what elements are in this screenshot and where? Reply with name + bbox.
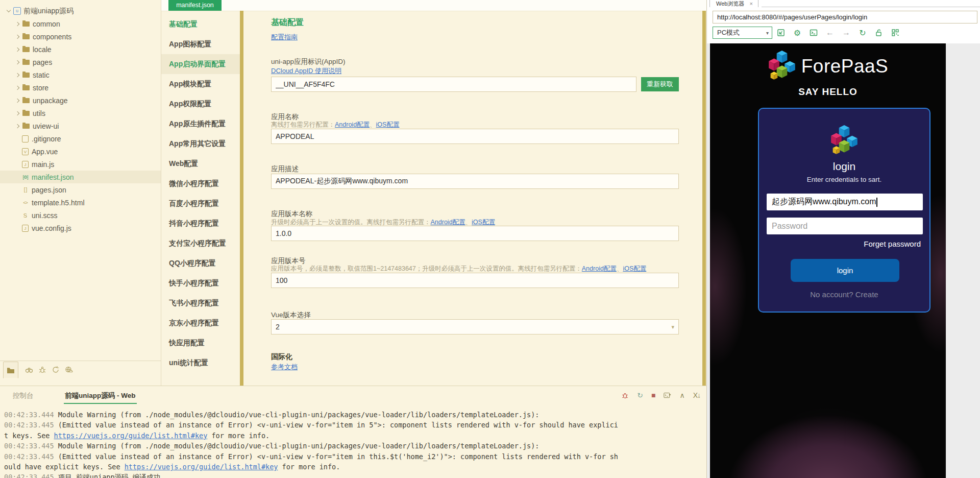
chevron-right-icon[interactable] xyxy=(14,84,21,91)
forward-icon[interactable]: → xyxy=(842,28,851,37)
tree-item-main-js[interactable]: main.js xyxy=(0,158,161,171)
android-config-link[interactable]: Android配置 xyxy=(431,219,465,226)
section-item-quickapp[interactable]: 快应用配置 xyxy=(161,333,240,353)
files-view-button[interactable] xyxy=(3,362,18,378)
version-code-input[interactable] xyxy=(271,273,679,288)
tree-item-locale[interactable]: locale xyxy=(0,43,161,56)
chevron-right-icon[interactable] xyxy=(14,123,21,130)
section-item-app-permissions[interactable]: App权限配置 xyxy=(161,94,240,114)
stop-icon[interactable]: ■ xyxy=(651,391,655,400)
restart-icon[interactable]: ↻ xyxy=(637,391,643,400)
tab-project-web-output[interactable]: 前端uniapp源码 - Web xyxy=(65,391,136,400)
open-external-icon[interactable] xyxy=(776,28,786,37)
section-item-qq-mp[interactable]: QQ小程序配置 xyxy=(161,253,240,273)
chevron-right-icon[interactable] xyxy=(14,59,21,66)
qr-code-icon[interactable] xyxy=(891,28,900,37)
basic-config-form: 基础配置 配置指南 uni-app应用标识(AppID) DCloud AppI… xyxy=(271,0,687,386)
section-item-baidu-mp[interactable]: 百度小程序配置 xyxy=(161,194,240,213)
new-terminal-icon[interactable] xyxy=(664,392,671,399)
tree-item-unpackage[interactable]: unpackage xyxy=(0,94,161,107)
refresh-appid-button[interactable]: 重新获取 xyxy=(641,77,679,91)
login-button[interactable]: login xyxy=(791,259,899,282)
vue-version-select[interactable]: 2 ▾ xyxy=(271,319,679,334)
url-input[interactable]: http://localhost:8080/#/pages/userPages/… xyxy=(713,11,977,23)
tree-item-pages-json[interactable]: pages.json xyxy=(0,183,161,196)
chevron-right-icon[interactable] xyxy=(14,46,21,53)
network-view-button[interactable] xyxy=(62,364,76,376)
app-desc-input[interactable] xyxy=(271,174,679,189)
vuejs-guide-link[interactable]: https://vuejs.org/guide/list.html#key xyxy=(54,432,208,440)
tree-item-project[interactable]: u 前端uniapp源码 xyxy=(0,5,161,17)
debug-view-button[interactable] xyxy=(36,364,49,376)
section-item-app-icon[interactable]: App图标配置 xyxy=(161,34,240,54)
config-guide-link[interactable]: 配置指南 xyxy=(271,33,298,42)
tab-manifest-json[interactable]: manifest.json xyxy=(168,0,222,11)
app-name-input[interactable] xyxy=(271,129,679,144)
version-name-input[interactable] xyxy=(271,226,679,241)
tree-item-store[interactable]: store xyxy=(0,81,161,94)
device-mode-select[interactable]: PC模式 ▾ xyxy=(713,27,772,39)
tree-item-utils[interactable]: utils xyxy=(0,107,161,119)
section-item-jd-mp[interactable]: 京东小程序配置 xyxy=(161,313,240,333)
refresh-icon[interactable]: ↻ xyxy=(858,28,867,37)
tree-item-pages[interactable]: pages xyxy=(0,56,161,68)
section-item-alipay-mp[interactable]: 支付宝小程序配置 xyxy=(161,233,240,253)
form-scrollbar[interactable] xyxy=(702,11,706,386)
section-item-weixin-mp[interactable]: 微信小程序配置 xyxy=(161,174,240,194)
tree-item-gitignore[interactable]: .gitignore xyxy=(0,132,161,145)
section-item-kuaishou-mp[interactable]: 快手小程序配置 xyxy=(161,273,240,293)
section-item-basic[interactable]: 基础配置 xyxy=(161,14,240,34)
chevron-right-icon[interactable] xyxy=(14,20,21,28)
collapse-panel-icon[interactable]: ∧ xyxy=(679,391,684,400)
tree-item-manifest-json[interactable]: manifest.json xyxy=(0,171,161,183)
devtools-console-icon[interactable] xyxy=(809,28,818,37)
back-icon[interactable]: ← xyxy=(825,28,835,37)
ios-config-link[interactable]: iOS配置 xyxy=(623,265,646,272)
ios-config-link[interactable]: iOS配置 xyxy=(472,219,495,226)
chevron-right-icon[interactable] xyxy=(14,110,21,117)
vuejs-guide-link[interactable]: https://vuejs.org/guide/list.html#key xyxy=(125,463,278,471)
ios-config-link[interactable]: iOS配置 xyxy=(376,121,400,128)
username-input[interactable]: 起步源码网www.qibuym.com xyxy=(767,194,923,210)
section-item-app-modules[interactable]: App模块配置 xyxy=(161,74,240,94)
dcloud-appid-doc-link[interactable]: DCloud AppID 使用说明 xyxy=(271,66,341,76)
i18n-doc-link[interactable]: 参考文档 xyxy=(271,363,298,372)
section-item-app-other[interactable]: App常用其它设置 xyxy=(161,134,240,154)
chevron-right-icon[interactable] xyxy=(14,33,21,40)
tree-item-uni-scss[interactable]: uni.scss xyxy=(0,209,161,222)
section-list-scrollbar[interactable] xyxy=(240,11,243,386)
search-view-button[interactable] xyxy=(22,364,36,376)
android-config-link[interactable]: Android配置 xyxy=(582,265,617,272)
close-icon[interactable]: × xyxy=(749,1,752,7)
section-item-uni-stat[interactable]: uni统计配置 xyxy=(161,353,240,373)
appid-input[interactable] xyxy=(271,77,636,92)
refresh-view-button[interactable] xyxy=(49,364,62,376)
section-item-douyin-mp[interactable]: 抖音小程序配置 xyxy=(161,213,240,233)
debug-bug-icon[interactable] xyxy=(621,392,629,399)
section-item-app-splash[interactable]: App启动界面配置 xyxy=(161,54,240,74)
clear-console-icon[interactable]: X↓ xyxy=(693,391,700,400)
tab-web-browser[interactable]: Web浏览器 × xyxy=(709,0,758,7)
chevron-right-icon[interactable] xyxy=(14,71,21,79)
tree-item-app-vue[interactable]: App.vue xyxy=(0,145,161,158)
chevron-down-icon[interactable] xyxy=(5,8,12,15)
unlock-icon[interactable] xyxy=(874,28,884,37)
tree-item-components[interactable]: components xyxy=(0,30,161,43)
forget-password-link[interactable]: Forget password xyxy=(864,240,921,248)
android-config-link[interactable]: Android配置 xyxy=(335,121,370,128)
tree-item-uview-ui[interactable]: uview-ui xyxy=(0,119,161,132)
section-item-web[interactable]: Web配置 xyxy=(161,154,240,174)
section-item-feishu-mp[interactable]: 飞书小程序配置 xyxy=(161,293,240,313)
chevron-right-icon[interactable] xyxy=(14,97,21,104)
vue-version-label: Vue版本选择 xyxy=(271,310,311,320)
create-account-link[interactable]: No account? Create xyxy=(759,290,929,299)
tree-item-template-h5[interactable]: template.h5.html xyxy=(0,196,161,209)
folder-icon xyxy=(7,366,15,374)
tree-item-static[interactable]: static xyxy=(0,68,161,81)
password-input[interactable]: Password xyxy=(767,218,923,234)
section-item-app-native-plugins[interactable]: App原生插件配置 xyxy=(161,114,240,134)
tab-console[interactable]: 控制台 xyxy=(13,391,34,400)
tree-item-vue-config[interactable]: vue.config.js xyxy=(0,222,161,234)
tree-item-common[interactable]: common xyxy=(0,17,161,30)
settings-gear-icon[interactable]: ⚙ xyxy=(793,28,802,37)
